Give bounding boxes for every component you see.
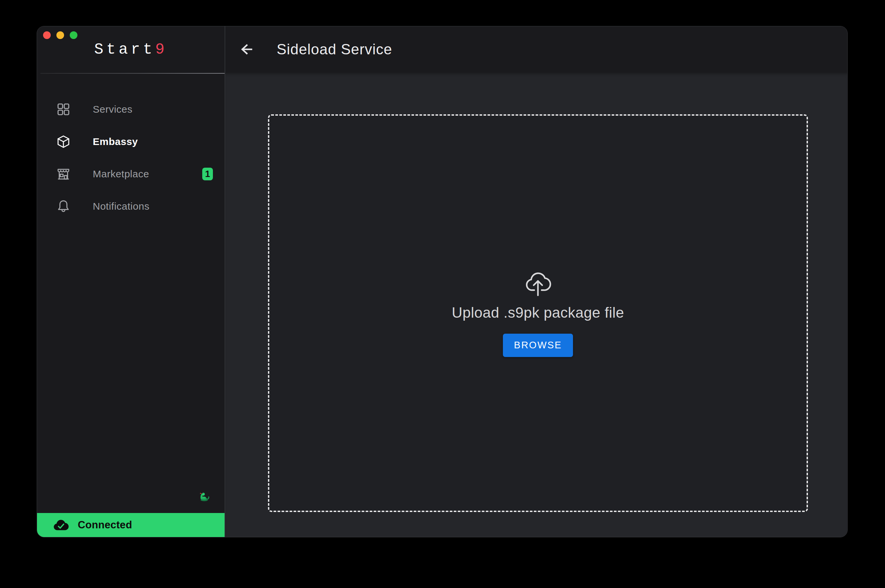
sidebar-item-label: Marketplace: [93, 168, 149, 180]
sidebar-item-label: Notifications: [93, 201, 149, 212]
cube-icon: [56, 134, 71, 149]
page-title: Sideload Service: [277, 41, 392, 58]
upload-label: Upload .s9pk package file: [452, 304, 624, 321]
close-window-button[interactable]: [43, 32, 51, 39]
snake-icon: [198, 490, 210, 502]
minimize-window-button[interactable]: [56, 32, 64, 39]
cloud-check-icon: [53, 518, 69, 532]
bell-icon: [56, 199, 71, 214]
sidebar-item-label: Embassy: [93, 136, 138, 147]
sidebar-item-marketplace[interactable]: Marketplace 1: [37, 158, 224, 190]
window-controls: [43, 32, 77, 39]
logo-accent: 9: [155, 41, 167, 58]
sidebar: Start9 Services: [37, 26, 224, 537]
sidebar-item-embassy[interactable]: Embassy: [37, 125, 224, 158]
upload-dropzone[interactable]: Upload .s9pk package file BROWSE: [268, 114, 808, 512]
back-arrow-icon[interactable]: [238, 42, 253, 57]
cloud-upload-icon: [523, 270, 552, 296]
main-panel: Sideload Service Upload .s9pk package fi…: [224, 26, 847, 537]
marketplace-count-badge: 1: [202, 168, 213, 180]
sidebar-item-label: Services: [93, 104, 132, 115]
app-window: Start9 Services: [37, 26, 847, 537]
start9-logo: Start9: [37, 41, 224, 58]
sidebar-nav: Services Embassy: [37, 93, 224, 222]
page-header: Sideload Service: [225, 26, 847, 72]
sidebar-divider: [41, 73, 224, 74]
connection-status-bar: Connected: [37, 513, 224, 537]
sidebar-item-services[interactable]: Services: [37, 93, 224, 125]
logo-text: Start: [94, 41, 155, 58]
browse-button[interactable]: BROWSE: [503, 334, 573, 357]
zoom-window-button[interactable]: [70, 32, 77, 39]
content-area: Upload .s9pk package file BROWSE: [225, 72, 847, 537]
storefront-icon: [56, 166, 71, 182]
sidebar-item-notifications[interactable]: Notifications: [37, 190, 224, 222]
grid-icon: [56, 102, 71, 117]
connection-status-label: Connected: [78, 519, 132, 531]
